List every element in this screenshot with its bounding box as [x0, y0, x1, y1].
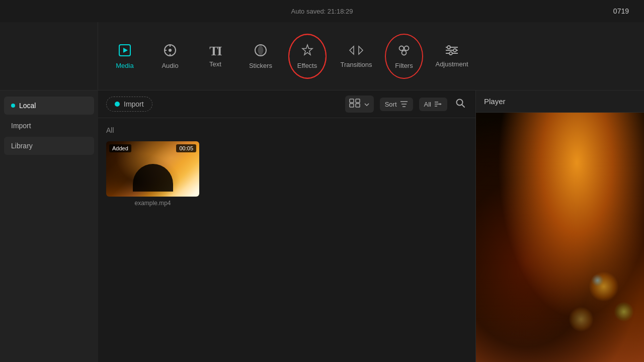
- sidebar-library-label: Library: [11, 142, 33, 150]
- left-top-spacer: [0, 22, 98, 90]
- left-panel: Local Import Library: [0, 22, 98, 362]
- sidebar-item-local[interactable]: Local: [4, 97, 94, 115]
- import-button[interactable]: Import: [106, 97, 152, 112]
- tab-text-label: Text: [209, 60, 221, 68]
- bokeh-4: [569, 307, 594, 332]
- audio-icon: [163, 43, 177, 59]
- media-thumbnail: Added 00:05: [106, 141, 199, 197]
- top-bar: Auto saved: 21:18:29 0719: [0, 0, 644, 22]
- svg-marker-27: [440, 103, 442, 105]
- content-toolbar: Import: [98, 90, 475, 118]
- svg-point-16: [449, 52, 452, 55]
- svg-marker-1: [123, 48, 128, 53]
- media-filename: example.mp4: [134, 200, 171, 207]
- tab-media-label: Media: [116, 62, 133, 69]
- sidebar-item-import[interactable]: Import: [4, 117, 94, 135]
- sidebar-nav: Local Import Library: [0, 90, 98, 161]
- bokeh-3: [591, 274, 604, 287]
- tab-transitions-label: Transitions: [340, 61, 372, 68]
- app-window: Auto saved: 21:18:29 0719 Local Import L…: [0, 0, 644, 362]
- bokeh-2: [614, 302, 634, 322]
- tab-adjustment[interactable]: Adjustment: [427, 31, 477, 81]
- sidebar-item-library[interactable]: Library: [4, 137, 94, 155]
- sort-label: Sort: [385, 101, 397, 108]
- player-title: Player: [484, 97, 506, 106]
- tab-stickers[interactable]: Stickers: [238, 31, 283, 81]
- tab-text[interactable]: TI Text: [193, 31, 238, 81]
- all-filter-label: All: [424, 101, 431, 108]
- section-label: All: [106, 126, 467, 134]
- added-badge: Added: [109, 144, 131, 152]
- sidebar-local-label: Local: [19, 102, 36, 110]
- text-icon: TI: [209, 45, 221, 58]
- tabs-and-content: Media Audio: [98, 22, 644, 362]
- top-nav-tabs: Media Audio: [98, 22, 644, 90]
- svg-line-29: [462, 105, 464, 107]
- tab-stickers-label: Stickers: [249, 62, 272, 69]
- transitions-icon: [349, 44, 364, 58]
- svg-rect-20: [356, 104, 360, 107]
- tab-media[interactable]: Media: [102, 31, 147, 81]
- svg-rect-18: [356, 99, 360, 103]
- svg-point-8: [399, 46, 404, 50]
- list-item[interactable]: Added 00:05 example.mp4: [106, 141, 199, 207]
- svg-point-10: [402, 50, 407, 55]
- svg-point-9: [405, 46, 409, 50]
- tab-audio[interactable]: Audio: [147, 31, 193, 81]
- middle-section: Local Import Library: [0, 22, 644, 362]
- tab-filters-label: Filters: [395, 62, 413, 69]
- svg-rect-19: [350, 104, 354, 107]
- search-button[interactable]: [453, 96, 467, 113]
- grid-view-button[interactable]: [345, 96, 373, 113]
- content-body: All Added 00:05 example.mp4: [98, 118, 475, 362]
- tab-effects-label: Effects: [297, 62, 317, 69]
- media-grid: Added 00:05 example.mp4: [106, 141, 467, 207]
- svg-point-3: [169, 49, 172, 52]
- effects-icon: [300, 43, 314, 59]
- tab-transitions[interactable]: Transitions: [331, 31, 381, 81]
- adjustment-icon: [445, 45, 459, 58]
- sort-button[interactable]: Sort: [380, 98, 413, 111]
- tab-audio-label: Audio: [162, 62, 178, 69]
- tab-effects[interactable]: Effects: [283, 31, 331, 81]
- media-icon: [118, 43, 132, 59]
- import-dot-icon: [115, 102, 120, 107]
- tab-adjustment-label: Adjustment: [435, 60, 468, 68]
- svg-point-15: [453, 49, 456, 52]
- player-panel: Player: [475, 90, 644, 362]
- local-dot: [11, 104, 15, 108]
- player-preview: [476, 113, 644, 362]
- stickers-icon: [254, 43, 268, 59]
- sidebar-import-label: Import: [11, 122, 31, 130]
- duration-badge: 00:05: [176, 144, 196, 152]
- import-button-label: Import: [124, 100, 144, 108]
- tab-filters[interactable]: Filters: [381, 31, 427, 81]
- svg-point-14: [447, 46, 450, 49]
- player-header: Player: [476, 90, 644, 113]
- svg-rect-17: [350, 99, 354, 103]
- filters-icon: [397, 43, 411, 59]
- main-content-area: Import: [98, 90, 475, 362]
- auto-saved-label: Auto saved: 21:18:29: [291, 8, 353, 15]
- content-and-player: Import: [98, 90, 644, 362]
- all-filter-button[interactable]: All: [419, 98, 447, 111]
- frame-counter: 0719: [613, 7, 629, 15]
- player-background: [476, 113, 644, 362]
